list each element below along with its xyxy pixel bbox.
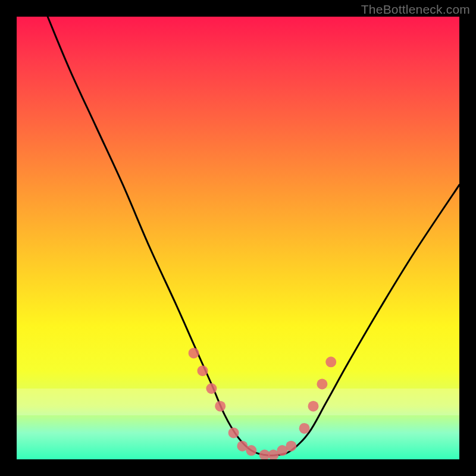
curve-marker xyxy=(299,423,310,434)
curve-layer xyxy=(17,17,459,459)
curve-marker xyxy=(189,347,199,358)
curve-marker xyxy=(228,427,239,438)
curve-marker xyxy=(308,401,319,412)
curve-marker xyxy=(198,365,208,376)
curve-marker xyxy=(215,401,226,412)
curve-markers xyxy=(189,347,337,459)
bottleneck-curve xyxy=(48,17,459,456)
curve-marker xyxy=(325,356,336,367)
watermark-text: TheBottleneck.com xyxy=(361,2,470,17)
curve-marker xyxy=(246,445,256,456)
curve-marker xyxy=(206,383,217,394)
plot-area xyxy=(17,17,459,459)
chart-frame: TheBottleneck.com xyxy=(0,0,476,476)
curve-marker xyxy=(317,379,327,390)
curve-marker xyxy=(286,441,296,452)
